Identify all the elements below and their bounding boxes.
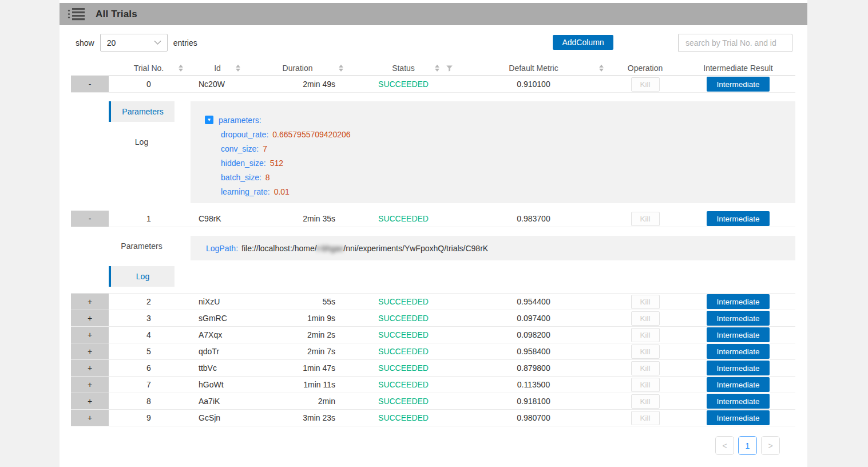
status-cell: SUCCEEDED (349, 330, 458, 339)
status-cell: SUCCEEDED (349, 297, 458, 306)
intermediate-button[interactable]: Intermediate (707, 327, 770, 342)
title-bar: All Trials (60, 3, 807, 25)
expand-row-button[interactable]: + (71, 343, 109, 359)
expand-row-button[interactable]: + (71, 377, 109, 393)
intermediate-button[interactable]: Intermediate (707, 394, 770, 409)
duration-cell: 3min 23s (246, 413, 349, 422)
intermediate-button[interactable]: Intermediate (707, 77, 770, 92)
logpath-redacted: t-bhgav (317, 244, 344, 253)
intermediate-button[interactable]: Intermediate (707, 361, 770, 375)
logpath-prefix: file://localhost:/home/ (241, 244, 317, 253)
expand-row-button[interactable]: + (71, 310, 109, 326)
default-metric-cell: 0.910100 (458, 80, 609, 89)
intermediate-button[interactable]: Intermediate (707, 410, 770, 425)
tab-parameters[interactable]: Parameters (109, 101, 175, 122)
status-cell: SUCCEEDED (349, 397, 458, 406)
trial-no-cell: 3 (109, 314, 189, 323)
detail-tabs: Parameters Log (109, 101, 175, 152)
parameter-value: 512 (270, 159, 283, 168)
table-row: + 5 qdoTr 2min 7s SUCCEEDED 0.958400 Kil… (71, 343, 795, 360)
pagination: < 1 > (715, 436, 780, 455)
sort-icon[interactable] (339, 65, 343, 72)
json-parameter-list: dropout_rate: 0.6657955709420206 conv_si… (205, 127, 795, 199)
sort-icon[interactable] (236, 65, 240, 72)
trial-id-cell: GcSjn (189, 413, 246, 422)
parameter-value: 7 (263, 144, 267, 153)
intermediate-button[interactable]: Intermediate (707, 294, 770, 309)
page-size-select[interactable]: 20 (100, 34, 168, 52)
filter-icon[interactable] (446, 64, 453, 72)
intermediate-button[interactable]: Intermediate (707, 211, 770, 226)
kill-button[interactable]: Kill (631, 378, 660, 392)
kill-button[interactable]: Kill (631, 311, 660, 326)
intermediate-button[interactable]: Intermediate (707, 344, 770, 359)
header-trial-no: Trial No. (109, 60, 189, 76)
default-metric-cell: 0.980700 (458, 413, 609, 422)
default-metric-cell: 0.097400 (458, 314, 609, 323)
collapse-row-button[interactable]: - (71, 76, 109, 92)
table-row: + 7 hGoWt 1min 11s SUCCEEDED 0.113500 Ki… (71, 377, 795, 393)
parameter-key: learning_rate: (221, 187, 270, 196)
header-default-metric: Default Metric (458, 60, 609, 76)
page-1-button[interactable]: 1 (738, 436, 757, 455)
trial-no-cell: 8 (109, 397, 189, 406)
expand-row-button[interactable]: + (71, 360, 109, 376)
status-cell: SUCCEEDED (349, 80, 458, 89)
kill-button[interactable]: Kill (631, 77, 660, 92)
kill-button[interactable]: Kill (631, 295, 660, 309)
header-duration-label: Duration (283, 64, 313, 73)
expand-row-button[interactable]: + (71, 393, 109, 409)
parameter-value: 0.6657955709420206 (272, 130, 350, 139)
next-page-button[interactable]: > (761, 436, 780, 455)
duration-cell: 2min 7s (246, 347, 349, 356)
collapse-row-button[interactable]: - (71, 211, 109, 227)
chevron-down-icon (154, 40, 161, 45)
parameter-key: batch_size: (221, 173, 261, 182)
kill-button[interactable]: Kill (631, 411, 660, 425)
kill-button[interactable]: Kill (631, 328, 660, 342)
trial-id-cell: ttbVc (189, 363, 246, 373)
duration-cell: 2min 35s (246, 214, 349, 223)
trial-no-cell: 5 (109, 347, 189, 356)
kill-button[interactable]: Kill (631, 361, 660, 375)
default-metric-cell: 0.983700 (458, 214, 609, 223)
logpath-label: LogPath: (206, 244, 238, 253)
kill-button[interactable]: Kill (631, 212, 660, 226)
tab-log[interactable]: Log (109, 132, 175, 152)
search-input[interactable] (678, 34, 792, 52)
status-cell: SUCCEEDED (349, 363, 458, 373)
json-parameter-line: conv_size: 7 (205, 141, 795, 156)
kill-button[interactable]: Kill (631, 345, 660, 359)
json-parameter-line: learning_rate: 0.01 (205, 184, 795, 199)
sort-icon[interactable] (435, 65, 439, 72)
duration-cell: 2min (246, 397, 349, 406)
trial-id-cell: niXzU (189, 297, 246, 306)
header-duration: Duration (246, 60, 349, 76)
header-operation: Operation (609, 60, 681, 76)
trial-id-cell: qdoTr (189, 347, 246, 356)
expand-row-button[interactable]: + (71, 327, 109, 343)
kill-button[interactable]: Kill (631, 394, 660, 409)
trial-id-cell: Nc20W (189, 80, 246, 89)
trial-no-cell: 6 (109, 363, 189, 373)
intermediate-button[interactable]: Intermediate (707, 311, 770, 326)
sort-icon[interactable] (179, 65, 183, 72)
tab-log[interactable]: Log (109, 266, 175, 287)
collapsed-rows: + 2 niXzU 55s SUCCEEDED 0.954400 Kill In… (71, 294, 795, 426)
parameter-value: 8 (265, 173, 270, 182)
prev-page-button[interactable]: < (715, 436, 734, 455)
sort-icon[interactable] (599, 65, 604, 72)
header-intermediate-result-label: Intermediate Result (703, 64, 772, 73)
table-row-trial-0: - 0 Nc20W 2min 49s SUCCEEDED 0.910100 Ki… (71, 76, 795, 93)
add-column-button[interactable]: AddColumn (553, 35, 613, 50)
intermediate-button[interactable]: Intermediate (707, 377, 770, 392)
entries-label: entries (173, 38, 197, 48)
trial-no-cell: 4 (109, 330, 189, 339)
duration-cell: 2min 2s (246, 330, 349, 339)
expand-row-button[interactable]: + (71, 294, 109, 310)
expand-row-button[interactable]: + (71, 410, 109, 426)
collapse-json-icon[interactable]: ▼ (205, 116, 213, 124)
duration-cell: 1min 47s (246, 363, 349, 373)
tab-parameters[interactable]: Parameters (109, 236, 175, 256)
trials-table: Trial No. Id Duration Status Default Met… (71, 60, 795, 426)
